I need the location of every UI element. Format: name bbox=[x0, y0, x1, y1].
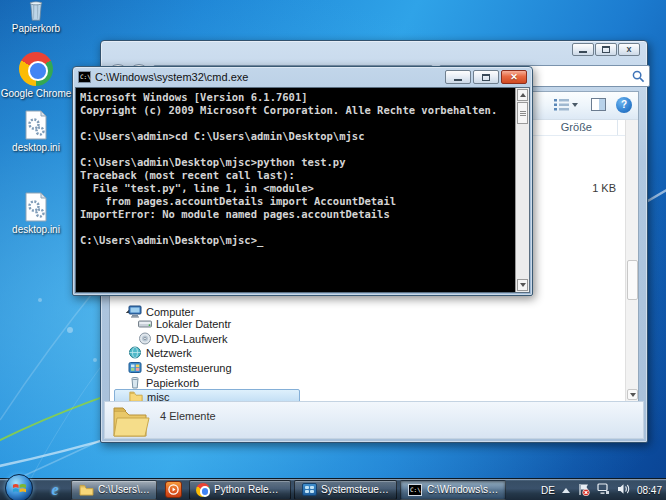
close-icon: ✕ bbox=[510, 73, 518, 82]
cmd-close-button[interactable]: ✕ bbox=[501, 70, 527, 84]
language-indicator[interactable]: DE bbox=[541, 485, 555, 496]
desktop-icon-desktop-ini-2[interactable]: desktop.ini bbox=[0, 192, 72, 235]
column-header-size[interactable]: Größe bbox=[561, 121, 592, 133]
cmd-window-title: C:\Windows\system32\cmd.exe bbox=[95, 71, 248, 83]
taskbar-item-media-player[interactable] bbox=[160, 480, 186, 500]
volume-icon[interactable] bbox=[617, 483, 630, 497]
explorer-maximize-button[interactable] bbox=[595, 43, 617, 56]
network-icon[interactable] bbox=[597, 483, 610, 497]
tree-item-recycle-bin[interactable]: Papierkorb bbox=[114, 375, 300, 390]
explorer-close-button[interactable]: x bbox=[618, 43, 640, 56]
show-hidden-icons-button[interactable] bbox=[562, 488, 570, 493]
console-scrollbar[interactable] bbox=[515, 88, 529, 292]
file-size-value: 1 KB bbox=[592, 182, 616, 194]
media-player-icon bbox=[165, 481, 182, 498]
explorer-titlebar[interactable]: x bbox=[101, 41, 647, 63]
control-panel-icon bbox=[128, 361, 142, 374]
ini-file-icon bbox=[23, 110, 49, 140]
scroll-down-button[interactable] bbox=[627, 389, 638, 400]
cmd-titlebar[interactable]: C:\ C:\Windows\system32\cmd.exe ✕ bbox=[73, 67, 532, 87]
taskbar-item-label: Python Release Pyth... bbox=[214, 484, 284, 495]
console-output: Microsoft Windows [Version 6.1.7601] Cop… bbox=[80, 91, 513, 247]
recycle-bin-icon bbox=[23, 1, 49, 21]
console-line bbox=[80, 221, 513, 234]
folder-icon bbox=[129, 390, 143, 401]
tree-item-control-panel[interactable]: Systemsteuerung bbox=[114, 360, 300, 375]
taskbar-item-internet-explorer[interactable]: e bbox=[42, 480, 68, 500]
desktop-icon-google-chrome[interactable]: Google Chrome bbox=[0, 52, 72, 99]
chrome-icon bbox=[196, 483, 210, 497]
tree-item-label: Systemsteuerung bbox=[146, 362, 232, 374]
tree-item-label: Lokaler Datentr bbox=[156, 318, 231, 330]
column-separator[interactable] bbox=[617, 120, 618, 135]
cmd-icon: C:\ bbox=[407, 482, 423, 498]
start-button[interactable] bbox=[5, 474, 33, 500]
tree-item-label: Papierkorb bbox=[146, 377, 199, 389]
taskbar: e C:\Users\admin\Des... Python Release P… bbox=[0, 478, 666, 500]
tree-item-mjsc[interactable]: mjsc bbox=[114, 389, 300, 401]
status-item-count: 4 Elemente bbox=[160, 410, 216, 422]
tree-item-local-disk[interactable]: Lokaler Datentr bbox=[114, 316, 300, 331]
cmd-window: C:\ C:\Windows\system32\cmd.exe ✕ Micros… bbox=[72, 66, 533, 296]
maximize-icon bbox=[482, 74, 490, 81]
desktop-icon-label: desktop.ini bbox=[12, 224, 60, 235]
taskbar-item-label: C:\Users\admin\Des... bbox=[98, 484, 150, 495]
change-view-button[interactable] bbox=[551, 96, 581, 113]
tree-item-dvd-drive[interactable]: DVD-Laufwerk bbox=[114, 331, 300, 346]
explorer-minimize-button[interactable] bbox=[572, 43, 594, 56]
search-icon[interactable] bbox=[632, 70, 645, 83]
tree-item-label: Netzwerk bbox=[146, 347, 192, 359]
recycle-bin-icon bbox=[128, 376, 142, 389]
action-center-icon[interactable] bbox=[577, 483, 590, 498]
scroll-up-button[interactable] bbox=[517, 89, 528, 101]
console-line: Traceback (most recent call last): bbox=[80, 169, 513, 182]
cmd-icon: C:\ bbox=[78, 71, 91, 83]
scrollbar-thumb[interactable] bbox=[517, 102, 528, 124]
taskbar-item-label: C:\Windows\system... bbox=[427, 484, 499, 495]
console-area[interactable]: Microsoft Windows [Version 6.1.7601] Cop… bbox=[75, 87, 530, 293]
hard-disk-icon bbox=[138, 317, 152, 330]
arrow-down-icon bbox=[520, 283, 526, 287]
taskbar-item-chrome-python[interactable]: Python Release Pyth... bbox=[189, 480, 291, 500]
folder-icon bbox=[78, 482, 94, 498]
tree-item-label: DVD-Laufwerk bbox=[156, 333, 228, 345]
arrow-down-icon bbox=[630, 393, 636, 397]
preview-pane-icon bbox=[591, 98, 606, 111]
taskbar-item-control-panel[interactable]: Systemsteuerung\All... bbox=[294, 480, 397, 500]
big-folder-icon bbox=[110, 403, 150, 439]
dvd-drive-icon bbox=[138, 332, 152, 345]
scrollbar-thumb[interactable] bbox=[627, 260, 638, 300]
arrow-up-icon bbox=[520, 93, 526, 97]
taskbar-item-cmd[interactable]: C:\ C:\Windows\system... bbox=[400, 480, 506, 500]
desktop-icon-desktop-ini-1[interactable]: desktop.ini bbox=[0, 110, 72, 153]
desktop-icon-recycle-bin[interactable]: Papierkorb bbox=[0, 1, 72, 34]
cmd-minimize-button[interactable] bbox=[445, 70, 471, 84]
console-line: ImportError: No module named pages.accou… bbox=[80, 208, 513, 221]
console-line: C:\Users\admin\Desktop\mjsc>python test.… bbox=[80, 156, 513, 169]
taskbar-item-explorer[interactable]: C:\Users\admin\Des... bbox=[71, 480, 157, 500]
console-line: from pages.accountDetails import Account… bbox=[80, 195, 513, 208]
console-line bbox=[80, 143, 513, 156]
cmd-maximize-button[interactable] bbox=[473, 70, 499, 84]
console-line bbox=[80, 117, 513, 130]
console-line: C:\Users\admin>cd C:\Users\admin\Desktop… bbox=[80, 130, 513, 143]
console-line: Copyright (c) 2009 Microsoft Corporation… bbox=[80, 104, 513, 117]
desktop-icon-label: desktop.ini bbox=[12, 142, 60, 153]
close-icon: x bbox=[626, 45, 631, 54]
desktop-icon-label: Google Chrome bbox=[1, 88, 72, 99]
preview-pane-button[interactable] bbox=[588, 96, 609, 113]
console-prompt-line: C:\Users\admin\Desktop\mjsc>_ bbox=[80, 234, 513, 247]
explorer-statusbar: 4 Elemente bbox=[104, 401, 644, 439]
chrome-icon bbox=[19, 52, 53, 86]
clock[interactable]: 08:47 bbox=[637, 485, 662, 496]
scroll-down-button[interactable] bbox=[517, 279, 528, 291]
help-button[interactable]: ? bbox=[616, 97, 632, 113]
minimize-icon bbox=[579, 51, 587, 53]
console-line: Microsoft Windows [Version 6.1.7601] bbox=[80, 91, 513, 104]
desktop-icon-label: Papierkorb bbox=[12, 23, 60, 34]
minimize-icon bbox=[454, 79, 462, 81]
network-icon bbox=[128, 346, 142, 359]
tree-scrollbar[interactable] bbox=[625, 120, 638, 401]
tree-item-network[interactable]: Netzwerk bbox=[114, 345, 300, 360]
view-list-icon bbox=[554, 98, 569, 111]
